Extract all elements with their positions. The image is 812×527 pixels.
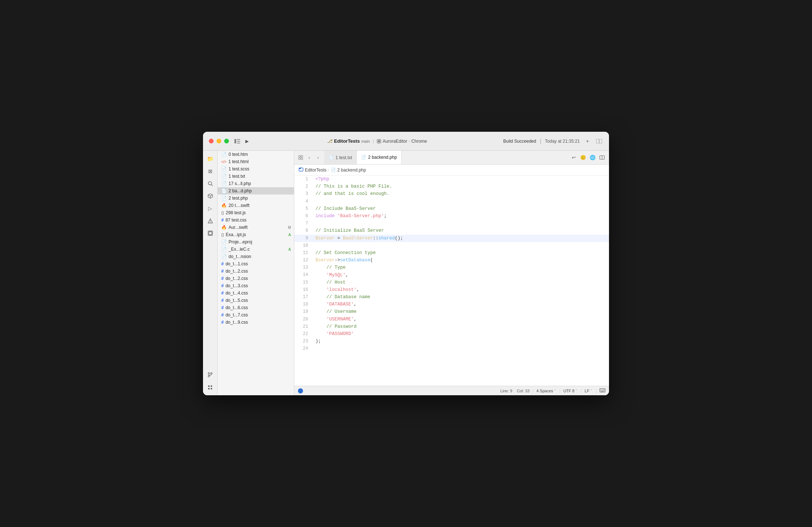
sidebar-file-22[interactable]: # do_t...7.css: [218, 311, 294, 319]
badge-added: A: [288, 247, 291, 251]
code-line-9[interactable]: 9 $server = BaaS\Server::shared();: [294, 235, 609, 242]
sidebar-file-11[interactable]: {} Exa...ipt.js A: [218, 231, 294, 238]
sidebar-toggle-button[interactable]: [233, 137, 241, 145]
svg-point-16: [210, 222, 210, 222]
code-line-12[interactable]: 12 $server->setDatabase(: [294, 257, 609, 264]
git-branch-icon[interactable]: [205, 370, 215, 380]
code-line-8[interactable]: 8 // Initialize BaaS Server: [294, 227, 609, 234]
code-line-3[interactable]: 3 // and that is cool enough.: [294, 190, 609, 197]
code-line-7[interactable]: 7: [294, 220, 609, 227]
encoding-selector[interactable]: UTF 8 ⌃: [563, 389, 578, 393]
code-line-6[interactable]: 6 include 'BaaS-Server.php';: [294, 212, 609, 220]
smiley-icon[interactable]: 🙂: [579, 154, 587, 162]
code-line-21[interactable]: 21 // Password: [294, 323, 609, 330]
code-line-17[interactable]: 17 // Database name: [294, 293, 609, 301]
layout-toggle-button[interactable]: [595, 137, 603, 145]
grid-view-button[interactable]: [296, 154, 304, 162]
sidebar-file-17[interactable]: # do_t...2.css: [218, 275, 294, 282]
sidebar-file-14[interactable]: 📄 do_t...nsion: [218, 253, 294, 260]
sidebar-file-15[interactable]: # do_t...1.css: [218, 260, 294, 268]
svg-rect-39: [604, 389, 605, 390]
spaces-selector[interactable]: 4 Spaces ⌃: [536, 389, 556, 393]
sidebar-file-1[interactable]: </> 1 test.html: [218, 158, 294, 165]
code-line-2[interactable]: 2 // This is a basic PHP File.: [294, 183, 609, 190]
code-line-22[interactable]: 22 'PASSWORD': [294, 330, 609, 338]
sidebar-file-21[interactable]: # do_t...6.css: [218, 304, 294, 311]
prev-tab-button[interactable]: ‹: [305, 154, 313, 162]
line-number: 23: [294, 338, 313, 345]
sidebar-file-13[interactable]: 📄 _Ex...leC.c A: [218, 246, 294, 253]
warning-icon[interactable]: [205, 216, 215, 226]
breadcrumb-project[interactable]: EditorTests: [299, 167, 326, 173]
layout-icon[interactable]: [598, 154, 606, 162]
code-line-11[interactable]: 11 // Set Connection type: [294, 249, 609, 257]
add-button[interactable]: ＋: [583, 137, 591, 145]
line-content: <?php: [313, 176, 609, 183]
sidebar-file-8[interactable]: {} 298 test.js: [218, 209, 294, 216]
code-line-19[interactable]: 19 // Username: [294, 308, 609, 315]
code-line-15[interactable]: 15 // Host: [294, 279, 609, 286]
sidebar-file-18[interactable]: # do_t...3.css: [218, 282, 294, 289]
cross-box-icon[interactable]: ⊠: [205, 166, 215, 176]
code-line-5[interactable]: 5 // Include BaaS-Server: [294, 205, 609, 212]
line-content: // Username: [313, 308, 609, 315]
code-table: 1 <?php 2 // This is a basic PHP File. 3…: [294, 176, 609, 353]
tab-1-test-txt[interactable]: 📄 1 test.txt: [324, 151, 357, 164]
file-icon: 📄: [221, 174, 227, 179]
grid-icon[interactable]: [205, 382, 215, 392]
code-line-18[interactable]: 18 'DATABASE',: [294, 301, 609, 308]
play-button[interactable]: ▶: [243, 137, 251, 145]
sidebar-file-16[interactable]: # do_t...2.css: [218, 268, 294, 275]
globe-icon[interactable]: 🌐: [589, 154, 597, 162]
maximize-button[interactable]: [224, 139, 229, 143]
sidebar-file-20[interactable]: # do_t...5.css: [218, 297, 294, 304]
code-line-24[interactable]: 24: [294, 345, 609, 352]
svg-line-9: [211, 185, 212, 186]
sidebar-file-5[interactable]: 📄 2 ba...d.php: [218, 187, 294, 195]
sidebar-file-9[interactable]: # 87 test.css: [218, 216, 294, 224]
sidebar-file-23[interactable]: # do_t...9.css: [218, 319, 294, 326]
sidebar-file-0[interactable]: 📄 0 test.htm: [218, 151, 294, 158]
undo-icon[interactable]: ↩: [570, 154, 578, 162]
line-content: // Database name: [313, 293, 609, 301]
line-number: 18: [294, 301, 313, 308]
code-line-10[interactable]: 10: [294, 242, 609, 249]
tab-2-backend-php[interactable]: 📄 2 backend.php: [357, 151, 402, 164]
line-content: // This is a basic PHP File.: [313, 183, 609, 190]
sidebar-file-19[interactable]: # do_t...4.css: [218, 289, 294, 297]
close-button[interactable]: [209, 139, 214, 143]
run-icon[interactable]: ▷: [205, 203, 215, 214]
keyboard-icon[interactable]: [600, 388, 605, 393]
file-icon: {}: [221, 232, 224, 237]
package-icon[interactable]: [205, 191, 215, 201]
code-line-14[interactable]: 14 'MySQL',: [294, 271, 609, 278]
line-ending-selector[interactable]: LF ⌃: [585, 389, 593, 393]
build-status: Build Succeeded: [503, 139, 536, 144]
sidebar-file-10[interactable]: 🔥 Aur...swift M: [218, 224, 294, 231]
status-indicator: [298, 388, 303, 393]
next-tab-button[interactable]: ›: [314, 154, 322, 162]
code-editor[interactable]: 1 <?php 2 // This is a basic PHP File. 3…: [294, 176, 609, 386]
code-line-13[interactable]: 13 // Type: [294, 264, 609, 271]
sidebar-file-2[interactable]: 📄 1 test.scss: [218, 165, 294, 173]
search-icon[interactable]: [205, 178, 215, 189]
line-number: 6: [294, 212, 313, 220]
sidebar-file-3[interactable]: 📄 1 test.txt: [218, 173, 294, 180]
breadcrumb-file[interactable]: 📄 2 backend.php: [331, 168, 366, 173]
sidebar-file-6[interactable]: 📄 2 test.php: [218, 195, 294, 202]
sidebar-file-7[interactable]: 🔥 20 t....swift: [218, 202, 294, 209]
code-line-23[interactable]: 23 );: [294, 338, 609, 345]
tab-bar: ‹ › 📄 1 test.txt 📄 2 backend.php ↩ 🙂: [294, 151, 609, 165]
code-line-16[interactable]: 16 'localhost',: [294, 286, 609, 293]
css-hash-icon: #: [221, 269, 224, 274]
minimize-button[interactable]: [217, 139, 221, 143]
svg-rect-0: [234, 139, 236, 143]
code-line-4[interactable]: 4: [294, 198, 609, 205]
folder-icon[interactable]: 📁: [205, 154, 215, 164]
code-line-20[interactable]: 20 'USERNAME',: [294, 316, 609, 323]
sidebar-file-12[interactable]: 📄 Proje...eproj: [218, 238, 294, 246]
tab-file-icon: 📄: [361, 155, 366, 159]
code-line-1[interactable]: 1 <?php: [294, 176, 609, 183]
extension-icon[interactable]: [205, 228, 215, 238]
sidebar-file-4[interactable]: 📄 17 s...ll.php: [218, 180, 294, 187]
